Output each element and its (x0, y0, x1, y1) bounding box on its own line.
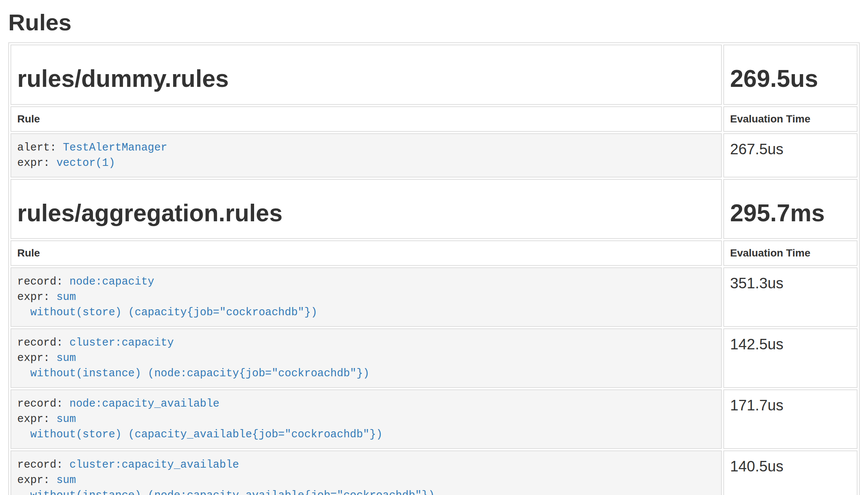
rule-evaluation-time: 267.5us (723, 133, 858, 177)
rule-code: record: cluster:capacity_available expr:… (17, 457, 715, 495)
rule-row: record: node:capacity expr: sum without(… (10, 267, 858, 327)
column-header-rule: Rule (10, 106, 722, 132)
rule-definition-cell: record: cluster:capacity expr: sum witho… (10, 328, 722, 388)
rule-code: record: cluster:capacity expr: sum witho… (17, 335, 715, 381)
code-key: record: (17, 398, 69, 410)
rule-code: alert: TestAlertManager expr: vector(1) (17, 140, 715, 171)
rule-group-name: rules/dummy.rules (17, 66, 715, 92)
rule-expr-link[interactable]: sum without(instance) (node:capacity{job… (17, 352, 370, 380)
rule-evaluation-time: 140.5us (723, 450, 858, 495)
code-key: expr: (17, 474, 56, 486)
column-header-rule: Rule (10, 240, 722, 266)
page-title: Rules (8, 9, 860, 36)
code-key: record: (17, 337, 69, 349)
rule-name-link[interactable]: cluster:capacity (69, 337, 174, 349)
rule-evaluation-time: 171.7us (723, 389, 858, 449)
rule-name-link[interactable]: node:capacity_available (69, 398, 219, 410)
rule-code: record: node:capacity expr: sum without(… (17, 274, 715, 320)
code-key: expr: (17, 352, 56, 364)
code-key: expr: (17, 157, 56, 169)
rule-group-name-cell: rules/aggregation.rules (10, 179, 722, 239)
rule-row: record: cluster:capacity expr: sum witho… (10, 328, 858, 388)
rule-evaluation-time: 351.3us (723, 267, 858, 327)
rule-group-header-row: rules/aggregation.rules 295.7ms (10, 179, 858, 239)
rule-definition-cell: record: node:capacity_available expr: su… (10, 389, 722, 449)
rule-row: record: cluster:capacity_available expr:… (10, 450, 858, 495)
rule-row: alert: TestAlertManager expr: vector(1) … (10, 133, 858, 177)
rule-definition-cell: record: node:capacity expr: sum without(… (10, 267, 722, 327)
rule-evaluation-time: 142.5us (723, 328, 858, 388)
rule-expr-link[interactable]: sum without(store) (capacity_available{j… (17, 413, 383, 441)
column-header-evaluation-time: Evaluation Time (723, 106, 858, 132)
rule-group-name: rules/aggregation.rules (17, 200, 715, 226)
rule-name-link[interactable]: node:capacity (69, 276, 154, 288)
rule-group-evaluation-time-cell: 295.7ms (723, 179, 858, 239)
rule-expr-link[interactable]: vector(1) (56, 157, 115, 169)
rule-row: record: node:capacity_available expr: su… (10, 389, 858, 449)
rule-group-evaluation-time: 295.7ms (730, 200, 851, 226)
rule-expr-link[interactable]: sum without(store) (capacity{job="cockro… (17, 291, 317, 319)
rule-code: record: node:capacity_available expr: su… (17, 396, 715, 442)
rule-expr-link[interactable]: sum without(instance) (node:capacity_ava… (17, 474, 435, 495)
code-key: expr: (17, 413, 56, 425)
rules-table: rules/dummy.rules 269.5us Rule Evaluatio… (8, 42, 860, 495)
rule-group-evaluation-time: 269.5us (730, 66, 851, 92)
code-key: record: (17, 276, 69, 288)
rule-name-link[interactable]: TestAlertManager (63, 142, 167, 154)
code-key: expr: (17, 291, 56, 303)
rule-name-link[interactable]: cluster:capacity_available (69, 459, 239, 471)
column-header-row: Rule Evaluation Time (10, 240, 858, 266)
code-key: alert: (17, 142, 63, 154)
rule-group-name-cell: rules/dummy.rules (10, 45, 722, 104)
column-header-evaluation-time: Evaluation Time (723, 240, 858, 266)
rule-definition-cell: alert: TestAlertManager expr: vector(1) (10, 133, 722, 177)
rule-definition-cell: record: cluster:capacity_available expr:… (10, 450, 722, 495)
rule-group-evaluation-time-cell: 269.5us (723, 45, 858, 104)
code-key: record: (17, 459, 69, 471)
rule-group-header-row: rules/dummy.rules 269.5us (10, 45, 858, 104)
column-header-row: Rule Evaluation Time (10, 106, 858, 132)
